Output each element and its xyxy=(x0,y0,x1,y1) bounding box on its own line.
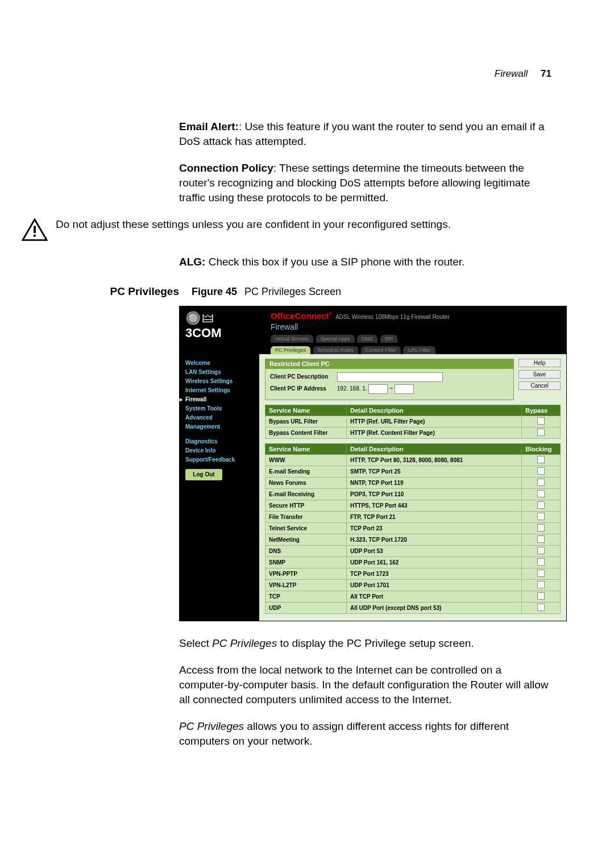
cell-blocking xyxy=(522,602,561,613)
logo-glyphs: 🔘🜲 xyxy=(185,311,259,326)
running-head: Firewall 71 xyxy=(57,68,551,80)
blocking-checkbox[interactable] xyxy=(537,456,545,463)
figure-caption: Figure 45 PC Privileges Screen xyxy=(192,286,341,298)
blocking-checkbox[interactable] xyxy=(537,524,545,531)
table-row: E-mail SendingSMTP, TCP Port 25 xyxy=(265,466,561,477)
cell-blocking xyxy=(522,454,561,466)
cell-detail: H.323, TCP Port 1720 xyxy=(347,534,522,545)
blocking-checkbox[interactable] xyxy=(537,490,545,497)
alg-label: ALG: xyxy=(179,256,205,268)
sidebar-item-firewall[interactable]: Firewall xyxy=(185,395,259,404)
cell-detail: HTTPS, TCP Port 443 xyxy=(347,500,522,511)
table-row: Secure HTTPHTTPS, TCP Port 443 xyxy=(265,500,561,511)
tab-schedule-rules[interactable]: Schedule Rules xyxy=(313,346,358,354)
logout-button[interactable]: Log Out xyxy=(185,469,222,480)
sidebar-item-internet[interactable]: Internet Settings xyxy=(185,386,259,395)
client-ip-label: Client PC IP Address xyxy=(270,385,335,392)
ip-range-sep: ~ xyxy=(389,385,393,392)
save-button[interactable]: Save xyxy=(518,370,561,379)
table-row: SNMPUDP Port 161, 162 xyxy=(265,556,561,568)
running-head-section: Firewall xyxy=(495,68,528,79)
blocking-checkbox[interactable] xyxy=(537,535,545,543)
cell-service: VPN-PPTP xyxy=(265,568,347,579)
sidebar-item-diagnostics[interactable]: Diagnostics xyxy=(185,437,259,446)
client-ip-from-input[interactable] xyxy=(368,384,388,394)
after-fig-p3: PC Privileges allows you to assign diffe… xyxy=(179,719,551,748)
cell-detail: TCP Port 1723 xyxy=(347,568,522,579)
cell-detail: SMTP, TCP Port 25 xyxy=(347,466,522,477)
table-row: UDPAll UDP Port (except DNS port 53) xyxy=(265,602,561,613)
sidebar-item-wireless[interactable]: Wireless Settings xyxy=(185,377,259,386)
sidebar-item-lan[interactable]: LAN Settings xyxy=(185,368,259,377)
cell-blocking xyxy=(522,591,561,602)
panel-title: Restricted Client PC xyxy=(265,359,514,369)
bypass-th-detail: Detail Description xyxy=(347,405,522,416)
table-row: NetMeetingH.323, TCP Port 1720 xyxy=(265,534,561,545)
cell-service: SNMP xyxy=(265,556,347,568)
sidebar-item-welcome[interactable]: Welcome xyxy=(185,359,259,368)
sidebar-item-management[interactable]: Management xyxy=(185,422,259,431)
bypass-th-service: Service Name xyxy=(265,405,347,416)
cell-detail: POP3, TCP Port 110 xyxy=(347,488,522,500)
tab-virtual-servers[interactable]: Virtual Servers xyxy=(271,335,313,343)
cell-blocking xyxy=(522,534,561,545)
cell-detail: HTTP (Ref. Content Filter Page) xyxy=(347,427,522,438)
blocking-checkbox[interactable] xyxy=(537,501,545,509)
blocking-checkbox[interactable] xyxy=(537,479,545,486)
blocking-checkbox[interactable] xyxy=(537,570,545,577)
sidebar-item-system-tools[interactable]: System Tools xyxy=(185,404,259,413)
action-buttons: Help Save Cancel xyxy=(518,359,561,393)
cell-service: E-mail Receiving xyxy=(265,488,347,500)
svg-rect-1 xyxy=(34,235,36,237)
table-row: File TransferFTP, TCP Port 21 xyxy=(265,511,561,522)
sidebar-item-support[interactable]: Support/Feedback xyxy=(185,455,259,464)
cell-service: News Forums xyxy=(265,477,347,488)
cell-blocking xyxy=(522,556,561,568)
client-desc-input[interactable] xyxy=(337,372,443,382)
tab-special-apps[interactable]: Special Apps xyxy=(316,335,355,343)
alg-text: Check this box if you use a SIP phone wi… xyxy=(205,256,464,268)
blocking-checkbox[interactable] xyxy=(537,547,545,554)
cell-service: WWW xyxy=(265,454,347,466)
table-row: DNSUDP Port 53 xyxy=(265,545,561,556)
blocking-checkbox[interactable] xyxy=(537,581,545,588)
blocking-checkbox[interactable] xyxy=(537,558,545,566)
tab-dmz[interactable]: DMZ xyxy=(357,335,377,343)
cell-detail: FTP, TCP Port 21 xyxy=(347,511,522,522)
blocking-checkbox[interactable] xyxy=(537,467,545,475)
tab-content-filter[interactable]: Content Filter xyxy=(361,346,401,354)
blocking-checkbox[interactable] xyxy=(537,592,545,600)
tab-pc-privileges[interactable]: PC Privileges xyxy=(271,346,310,354)
cell-detail: NNTP, TCP Port 119 xyxy=(347,477,522,488)
table-row: VPN-L2TPUDP Port 1701 xyxy=(265,579,561,591)
sidebar-item-device-info[interactable]: Device Info xyxy=(185,446,259,455)
cell-detail: UDP Port 53 xyxy=(347,545,522,556)
bypass-checkbox[interactable] xyxy=(537,429,545,436)
bypass-th-bypass: Bypass xyxy=(522,405,561,416)
blocking-checkbox[interactable] xyxy=(537,604,545,611)
cell-service: E-mail Sending xyxy=(265,466,347,477)
figure-caption-text: PC Privileges Screen xyxy=(244,286,341,297)
cell-service: UDP xyxy=(265,602,347,613)
bypass-checkbox[interactable] xyxy=(537,417,545,425)
cell-service: VPN-L2TP xyxy=(265,579,347,591)
after-fig-p2: Access from the local network to the Int… xyxy=(179,663,551,707)
cell-detail: UDP Port 161, 162 xyxy=(347,556,522,568)
cell-detail: TCP Port 23 xyxy=(347,522,522,534)
tab-url-filter[interactable]: URL Filter xyxy=(403,346,435,354)
bypass-table: Service Name Detail Description Bypass B… xyxy=(265,405,561,439)
help-button[interactable]: Help xyxy=(518,359,561,367)
sidebar-item-advanced[interactable]: Advanced xyxy=(185,413,259,422)
table-row: E-mail ReceivingPOP3, TCP Port 110 xyxy=(265,488,561,500)
cancel-button[interactable]: Cancel xyxy=(518,381,561,390)
email-alert-label: Email Alert: xyxy=(179,121,239,132)
cell-service: TCP xyxy=(265,591,347,602)
cell-detail: HTTP, TCP Port 80, 3128, 8000, 8080, 808… xyxy=(347,454,522,466)
client-ip-to-input[interactable] xyxy=(395,384,414,394)
sidebar-nav: Welcome LAN Settings Wireless Settings I… xyxy=(180,354,259,621)
paragraph-alg: ALG: Check this box if you use a SIP pho… xyxy=(179,255,551,269)
blocking-checkbox[interactable] xyxy=(537,513,545,520)
cell-blocking xyxy=(522,466,561,477)
caution-icon xyxy=(22,218,48,242)
tab-spi[interactable]: SPI xyxy=(380,335,398,343)
